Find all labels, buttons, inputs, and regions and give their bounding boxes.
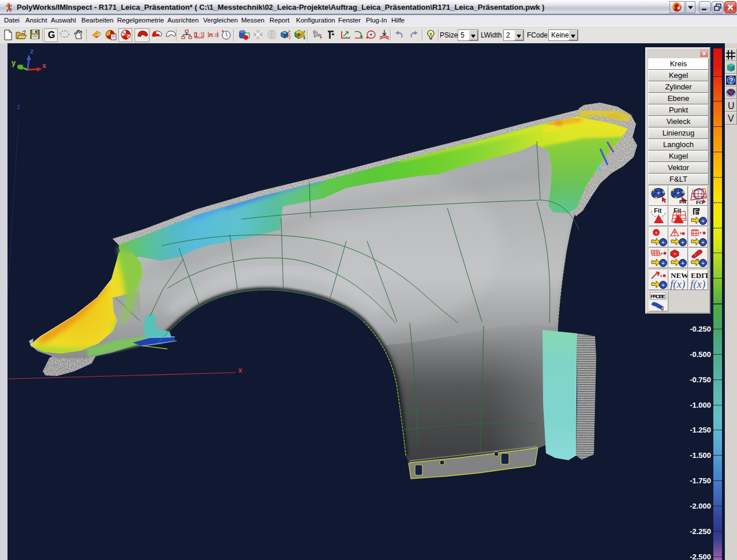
svg-text:?: ? bbox=[729, 77, 733, 85]
svg-text:+: + bbox=[701, 260, 705, 266]
svg-text:+: + bbox=[701, 239, 705, 246]
svg-text:FIT: FIT bbox=[696, 200, 704, 205]
svg-text:+: + bbox=[679, 231, 682, 236]
svg-text:PROBE: PROBE bbox=[650, 293, 665, 299]
svg-text:1:1: 1:1 bbox=[194, 31, 204, 38]
svg-text:z: z bbox=[30, 47, 34, 55]
svg-text:x: x bbox=[42, 61, 47, 70]
svg-text:+: + bbox=[681, 260, 684, 266]
svg-text:+: + bbox=[655, 230, 658, 236]
svg-text:+: + bbox=[660, 273, 663, 279]
svg-text:+: + bbox=[674, 251, 676, 257]
svg-text:+: + bbox=[661, 239, 665, 246]
svg-text:+: + bbox=[676, 190, 680, 196]
svg-text:+: + bbox=[699, 230, 702, 236]
svg-text:Fit: Fit bbox=[654, 207, 662, 214]
svg-text:+: + bbox=[660, 251, 663, 257]
svg-text:FIT: FIT bbox=[679, 199, 687, 205]
svg-text:y: y bbox=[12, 58, 16, 67]
svg-text:+: + bbox=[701, 218, 705, 224]
svg-text:+: + bbox=[657, 190, 660, 196]
svg-text:+: + bbox=[661, 282, 665, 288]
svg-text:n:n: n:n bbox=[209, 31, 219, 38]
svg-text:V: V bbox=[728, 114, 734, 123]
svg-text:+: + bbox=[661, 260, 665, 266]
svg-text:f(x): f(x) bbox=[670, 278, 685, 290]
svg-text:z: z bbox=[17, 103, 20, 111]
svg-text:f(x): f(x) bbox=[690, 278, 705, 290]
svg-text:G: G bbox=[48, 30, 55, 40]
svg-text:U: U bbox=[728, 101, 735, 111]
svg-text:+: + bbox=[681, 239, 684, 246]
svg-text:x: x bbox=[238, 366, 242, 374]
